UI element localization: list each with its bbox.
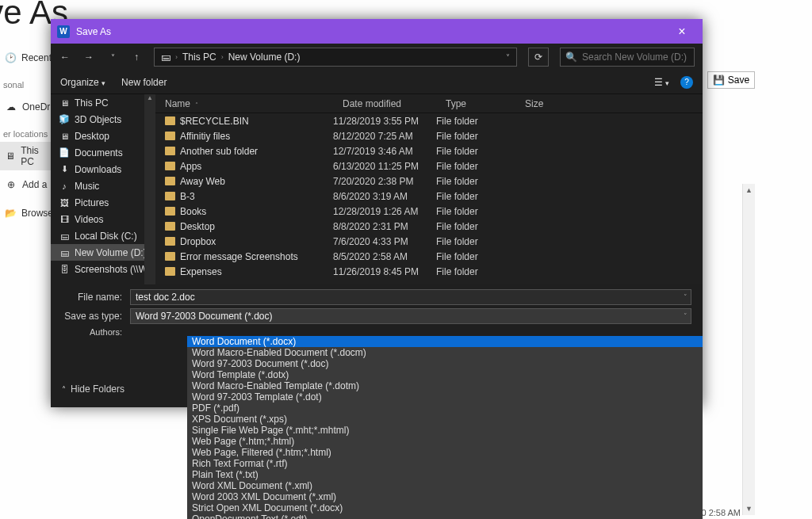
chevron-down-icon[interactable]: ˅ <box>684 293 688 301</box>
close-icon[interactable]: × <box>668 25 696 39</box>
file-row[interactable]: Another sub folder12/7/2019 3:46 AMFile … <box>155 143 703 158</box>
tree-item[interactable]: ♪Music <box>51 177 155 194</box>
vid-icon: 🎞 <box>59 214 70 225</box>
address-history-icon[interactable]: ˅ <box>506 53 510 62</box>
thispc-row[interactable]: 🖥 This PC <box>0 142 51 170</box>
new-folder-button[interactable]: New folder <box>121 77 167 88</box>
file-row[interactable]: Away Web7/20/2020 2:38 PMFile folder <box>155 174 703 189</box>
onedrive-row[interactable]: ☁ OneDr <box>0 93 51 121</box>
tree-item[interactable]: 🧊3D Objects <box>51 111 155 128</box>
folder-icon <box>165 147 175 155</box>
tree-item[interactable]: 🖴Local Disk (C:) <box>51 227 155 244</box>
save-type-option[interactable]: PDF (*.pdf) <box>187 403 703 414</box>
tree-item-label: This PC <box>75 97 109 109</box>
hide-folders-button[interactable]: ˄ Hide Folders <box>62 384 124 395</box>
help-button[interactable]: ? <box>680 76 693 89</box>
file-list-header[interactable]: Name˄ Date modified Type Size <box>155 94 703 113</box>
file-row[interactable]: Desktop8/8/2020 2:31 PMFile folder <box>155 219 703 234</box>
add-place-row[interactable]: ⊕ Add a <box>0 170 51 199</box>
view-button[interactable]: ☰ ▾ <box>654 77 669 88</box>
tree-item[interactable]: 🖼Pictures <box>51 194 155 211</box>
file-type: File folder <box>436 131 515 142</box>
refresh-icon: ⟳ <box>534 52 542 63</box>
save-type-option[interactable]: Rich Text Format (*.rtf) <box>187 458 703 469</box>
dialog-title: Save As <box>76 26 111 37</box>
col-size[interactable]: Size <box>515 98 703 109</box>
tree-item[interactable]: 🖥Desktop <box>51 128 155 144</box>
tree-item[interactable]: ⬇Downloads <box>51 161 155 177</box>
save-type-option[interactable]: Word Macro-Enabled Document (*.docm) <box>187 347 703 358</box>
file-row[interactable]: Error message Screenshots8/5/2020 2:58 A… <box>155 249 703 264</box>
crumb-thispc[interactable]: This PC <box>182 52 216 63</box>
tree-item[interactable]: 🗄Screenshots (\\W <box>51 261 155 277</box>
col-type[interactable]: Type <box>436 98 515 109</box>
file-row[interactable]: $RECYCLE.BIN11/28/2019 3:55 PMFile folde… <box>155 113 703 128</box>
save-type-option[interactable]: XPS Document (*.xps) <box>187 414 703 425</box>
col-name[interactable]: Name˄ <box>155 98 333 109</box>
save-type-option[interactable]: Single File Web Page (*.mht;*.mhtml) <box>187 425 703 436</box>
save-type-option[interactable]: Word Macro-Enabled Template (*.dotm) <box>187 380 703 391</box>
save-type-option[interactable]: Word XML Document (*.xml) <box>187 480 703 491</box>
save-type-option[interactable]: Web Page (*.htm;*.html) <box>187 436 703 447</box>
scroll-track[interactable] <box>743 197 755 502</box>
search-input[interactable]: 🔍 Search New Volume (D:) <box>560 48 695 67</box>
save-type-option[interactable]: Word 2003 XML Document (*.xml) <box>187 491 703 502</box>
nav-forward-icon[interactable]: → <box>82 52 95 63</box>
file-type: File folder <box>436 236 515 247</box>
recent-row[interactable]: 🕑 Recent <box>0 44 51 72</box>
address-bar[interactable]: 🖴 › This PC › New Volume (D:) ˅ <box>154 48 517 67</box>
pc-icon: 🖥 <box>5 150 16 162</box>
save-type-option[interactable]: Word 97-2003 Document (*.doc) <box>187 358 703 369</box>
file-name: Away Web <box>180 176 225 187</box>
scrollbar[interactable]: ▲ ▼ <box>742 184 755 515</box>
file-name: Desktop <box>180 221 215 232</box>
file-name-input[interactable]: test doc 2.doc˅ <box>130 289 691 305</box>
organize-button[interactable]: Organize ▾ <box>60 77 105 88</box>
nav-tree[interactable]: ▲ 🖥This PC🧊3D Objects🖥Desktop📄Documents⬇… <box>51 94 155 284</box>
save-type-option[interactable]: OpenDocument Text (*.odt) <box>187 513 703 519</box>
scroll-down-icon[interactable]: ▼ <box>743 502 755 515</box>
save-type-dropdown[interactable]: Word Document (*.docx)Word Macro-Enabled… <box>187 336 703 519</box>
tree-item[interactable]: 🎞Videos <box>51 211 155 227</box>
file-row[interactable]: Apps6/13/2020 11:25 PMFile folder <box>155 158 703 174</box>
crumb-drive[interactable]: New Volume (D:) <box>228 52 301 63</box>
file-date: 11/26/2019 8:45 PM <box>333 266 436 277</box>
scroll-up-icon[interactable]: ▲ <box>743 184 755 197</box>
col-date[interactable]: Date modified <box>333 98 436 109</box>
file-date: 8/12/2020 7:25 AM <box>333 131 436 142</box>
file-row[interactable]: Books12/28/2019 1:26 AMFile folder <box>155 204 703 219</box>
save-type-option[interactable]: Web Page, Filtered (*.htm;*.html) <box>187 447 703 458</box>
file-row[interactable]: Expenses11/26/2019 8:45 PMFile folder <box>155 264 703 279</box>
nav-recent-icon[interactable]: ˅ <box>106 53 119 62</box>
save-type-option[interactable]: Plain Text (*.txt) <box>187 469 703 480</box>
folder-icon <box>165 116 175 125</box>
chevron-down-icon[interactable]: ˅ <box>684 312 688 320</box>
file-row[interactable]: Affinitiy files8/12/2020 7:25 AMFile fol… <box>155 128 703 143</box>
file-type: File folder <box>436 191 515 202</box>
save-type-option[interactable]: Strict Open XML Document (*.docx) <box>187 502 703 513</box>
folder-open-icon: 📂 <box>5 207 17 219</box>
save-type-option[interactable]: Word Document (*.docx) <box>187 336 703 347</box>
file-list[interactable]: Name˄ Date modified Type Size $RECYCLE.B… <box>155 94 703 284</box>
file-row[interactable]: Dropbox7/6/2020 4:33 PMFile folder <box>155 234 703 249</box>
tree-scrollbar[interactable]: ▲ <box>144 94 155 284</box>
save-button[interactable]: 💾 Save <box>707 71 755 89</box>
file-date: 11/28/2019 3:55 PM <box>333 116 436 127</box>
nav-up-icon[interactable]: ↑ <box>130 52 143 63</box>
dialog-titlebar[interactable]: W Save As × <box>51 19 703 44</box>
file-row[interactable]: B-38/6/2020 3:19 AMFile folder <box>155 189 703 204</box>
tree-item[interactable]: 🖥This PC <box>51 94 155 111</box>
refresh-button[interactable]: ⟳ <box>528 48 549 67</box>
personal-section: sonal <box>3 80 51 90</box>
save-type-option[interactable]: Word Template (*.dotx) <box>187 369 703 380</box>
nav-back-icon[interactable]: ← <box>59 52 71 63</box>
music-icon: ♪ <box>59 181 70 192</box>
tree-item[interactable]: 🖴New Volume (D:) <box>51 244 155 261</box>
chevron-down-icon: ▾ <box>102 79 105 87</box>
browse-row[interactable]: 📂 Browse <box>0 199 51 227</box>
folder-icon <box>165 222 175 231</box>
save-type-option[interactable]: Word 97-2003 Template (*.dot) <box>187 391 703 403</box>
file-name-label: File name: <box>62 292 130 303</box>
tree-item[interactable]: 📄Documents <box>51 144 155 161</box>
save-type-combo[interactable]: Word 97-2003 Document (*.doc)˅ <box>130 308 691 324</box>
